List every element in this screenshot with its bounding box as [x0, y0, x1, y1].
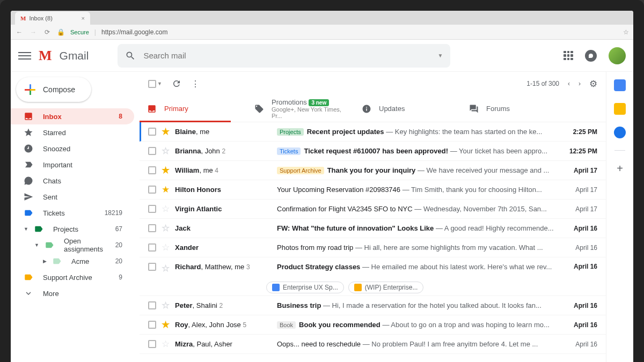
tab-primary[interactable]: Primary — [140, 95, 247, 122]
sidebar-item-starred[interactable]: Starred — [11, 124, 134, 141]
sender: Blaine, me — [175, 128, 272, 136]
browser-tab[interactable]: M Inbox (8) × — [15, 12, 90, 25]
row-checkbox[interactable] — [148, 166, 156, 174]
email-row[interactable]: ☆ Richard, Matthew, me 3 Product Strateg… — [140, 257, 606, 296]
email-row[interactable]: ☆ Virgin Atlantic Confirmation for Fligh… — [140, 200, 606, 219]
close-icon[interactable]: × — [82, 15, 85, 21]
tasks-icon[interactable] — [614, 127, 626, 138]
tab-promotions[interactable]: Promotions 3 newGoogle+, New York Times,… — [247, 95, 354, 122]
email-row[interactable]: ★ Roy, Alex, John Jose 5 BookBook you re… — [140, 315, 606, 335]
back-icon[interactable]: ← — [15, 28, 24, 36]
sidebar-item-snoozed[interactable]: Snoozed — [11, 141, 134, 157]
email-row[interactable]: ☆ Jack FW: What "the future of innovatio… — [140, 219, 606, 238]
star-icon[interactable]: ★ — [162, 165, 170, 176]
email-row[interactable]: ☆ Brianna, John 2 TicketsTicket request … — [140, 142, 606, 161]
bookmark-icon[interactable]: ☆ — [623, 28, 629, 36]
next-page-icon[interactable]: › — [579, 80, 581, 87]
email-list: ★ Blaine, me ProjectsRecent project upda… — [140, 122, 606, 362]
star-icon[interactable]: ★ — [162, 126, 170, 137]
nav-label: Chats — [43, 177, 61, 185]
star-icon[interactable]: ★ — [162, 319, 170, 330]
star-icon[interactable]: ☆ — [162, 263, 170, 274]
star-icon[interactable]: ☆ — [162, 338, 170, 350]
forward-icon[interactable]: → — [29, 28, 38, 36]
menu-icon[interactable] — [18, 49, 31, 62]
subject: Your Upcoming Reservation #20983746 — [277, 186, 400, 194]
star-icon[interactable]: ☆ — [162, 145, 170, 157]
nav-label: More — [43, 290, 59, 298]
attachment-chip[interactable]: Enterprise UX Sp... — [266, 282, 344, 293]
more-icon[interactable]: ⋮ — [191, 79, 199, 89]
sidebar-item-tickets[interactable]: Tickets18219 — [11, 205, 134, 221]
row-checkbox[interactable] — [148, 224, 156, 232]
apps-icon[interactable] — [564, 51, 573, 61]
row-checkbox[interactable] — [148, 147, 156, 155]
row-checkbox[interactable] — [148, 128, 156, 136]
tab-updates[interactable]: Updates — [354, 95, 462, 122]
nav-label: Support Archive — [43, 274, 92, 282]
sidebar-item-more[interactable]: More — [11, 285, 134, 301]
sidebar-item-sent[interactable]: Sent — [11, 189, 134, 205]
sender: Richard, Matthew, me 3 — [175, 263, 272, 271]
snippet: — He emailed me about his latest work. H… — [362, 263, 552, 271]
search-input[interactable] — [143, 51, 430, 60]
calendar-icon[interactable] — [614, 79, 626, 91]
email-row[interactable]: ★ William, me 4 Support ArchiveThank you… — [140, 161, 606, 180]
compose-button[interactable]: Compose — [16, 77, 91, 102]
label-icon — [52, 256, 62, 266]
star-icon[interactable]: ☆ — [162, 242, 170, 253]
refresh-icon[interactable] — [172, 79, 181, 88]
send-icon — [24, 192, 33, 202]
sidebar-item-acme[interactable]: ▶Acme20 — [11, 253, 134, 269]
attachment-chip[interactable]: (WIP) Enterprise... — [348, 282, 424, 293]
compose-label: Compose — [43, 85, 75, 94]
keep-icon[interactable] — [614, 103, 626, 115]
row-checkbox[interactable] — [148, 243, 156, 252]
email-row[interactable]: ★ Blaine, me ProjectsRecent project upda… — [140, 122, 606, 142]
row-checkbox[interactable] — [148, 301, 156, 309]
email-row[interactable]: ☆ Peter, Shalini 2 Business trip — Hi, I… — [140, 296, 606, 315]
sidebar-item-important[interactable]: Important — [11, 157, 134, 173]
star-icon[interactable]: ★ — [162, 184, 170, 195]
row-checkbox[interactable] — [148, 340, 156, 348]
snippet: — Wednesday, November 7th 2015, San... — [414, 205, 547, 213]
snippet: — A good read! Highly recommende... — [436, 224, 554, 232]
search-box[interactable]: ▼ — [118, 44, 450, 68]
reload-icon[interactable]: ⟳ — [43, 28, 52, 36]
sidebar-item-chats[interactable]: Chats — [11, 173, 134, 189]
notifications-icon[interactable] — [585, 50, 597, 62]
sidebar-item-inbox[interactable]: Inbox8 — [11, 108, 134, 124]
sidebar-item-open-assignments[interactable]: ▼Open assignments20 — [11, 237, 134, 253]
tab-forums[interactable]: Forums — [462, 95, 569, 122]
gear-icon[interactable]: ⚙ — [589, 78, 597, 90]
star-icon[interactable]: ☆ — [162, 300, 170, 311]
subject-line: Photos from my road trip — Hi all, here … — [277, 243, 558, 252]
sidebar-item-support-archive[interactable]: Support Archive9 — [11, 269, 134, 285]
add-addon-icon[interactable]: + — [617, 162, 623, 175]
tab-label: Forums — [486, 105, 510, 113]
row-checkbox[interactable] — [148, 321, 156, 329]
row-checkbox[interactable] — [148, 263, 156, 271]
search-options-icon[interactable]: ▼ — [437, 53, 443, 58]
row-checkbox[interactable] — [148, 205, 156, 213]
email-row[interactable]: ★ Hilton Honors Your Upcoming Reservatio… — [140, 180, 606, 200]
email-row[interactable]: ☆ Xander Photos from my road trip — Hi a… — [140, 238, 606, 257]
email-row[interactable]: ☆ Mizra, Paul, Asher Oops... need to res… — [140, 335, 606, 354]
star-icon[interactable]: ☆ — [162, 203, 170, 215]
url-text[interactable]: https://mail.google.com — [101, 28, 167, 36]
sidebar-item-projects[interactable]: ▼Projects67 — [11, 221, 134, 237]
chevron-down-icon: ▼ — [24, 226, 28, 232]
subject: Confirmation for Flight VA2345 SFO to NY… — [277, 205, 413, 213]
plus-icon — [25, 84, 35, 95]
nav-label: Projects — [53, 225, 78, 233]
select-dropdown-icon[interactable]: ▼ — [157, 81, 162, 86]
select-all-checkbox[interactable] — [148, 80, 156, 88]
tab-label: Promotions — [272, 98, 307, 106]
forum-icon — [469, 104, 479, 114]
search-icon — [125, 50, 136, 61]
prev-page-icon[interactable]: ‹ — [568, 80, 570, 87]
main-pane: ▼ ⋮ 1-15 of 300 ‹ › ⚙ PrimaryPromotions … — [140, 72, 606, 362]
avatar[interactable] — [609, 47, 626, 64]
row-checkbox[interactable] — [148, 186, 156, 194]
star-icon[interactable]: ☆ — [162, 223, 170, 234]
